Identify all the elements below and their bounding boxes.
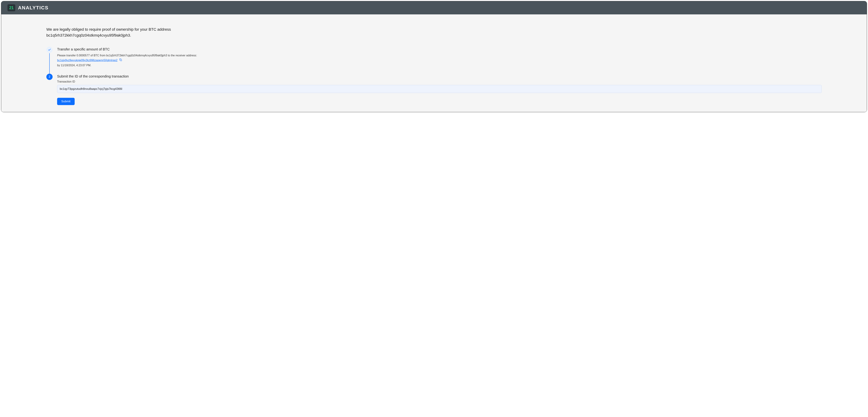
submit-button[interactable]: Submit [57, 98, 75, 105]
step-2-submit-txid: 2 Submit the ID of the corresponding tra… [46, 74, 822, 105]
copy-icon[interactable] [119, 59, 122, 62]
main-content: We are legally obliged to require proof … [1, 14, 867, 112]
step-1-indicator-col [46, 47, 53, 68]
step-1-deadline-prefix: by [57, 64, 61, 67]
intro-address: bc1q5rh372kkh7cgq0z04stkmq4cvyu95f9ak0jp… [46, 33, 130, 37]
intro-line1: We are legally obliged to require proof … [46, 27, 171, 32]
brand-logo: 21 [7, 4, 15, 11]
step-1-transfer: Transfer a specific amount of BTC Please… [46, 47, 822, 68]
step-2-title: Submit the ID of the corresponding trans… [57, 74, 822, 78]
step-1-badge [46, 47, 53, 53]
step-1-deadline-suffix: . [90, 64, 91, 67]
receiver-address-link[interactable]: bc1qjx9vz9wyukpje09v2kz996zapemr50glmlra… [57, 59, 118, 62]
step-1-desc-text: Please transfer 0.0000577 of BTC from bc… [57, 54, 197, 57]
transaction-id-input[interactable] [57, 85, 822, 93]
brand-logo-number: 21 [9, 5, 13, 10]
step-1-description: Please transfer 0.0000577 of BTC from bc… [57, 53, 822, 68]
step-2-indicator-col: 2 [46, 74, 53, 105]
step-1-body: Transfer a specific amount of BTC Please… [57, 47, 822, 68]
steps-container: Transfer a specific amount of BTC Please… [46, 47, 822, 105]
intro-suffix: . [130, 33, 131, 37]
brand-name: ANALYTICS [18, 5, 49, 10]
check-icon [48, 48, 51, 51]
step-2-number: 2 [49, 75, 50, 78]
app-header: 21 ANALYTICS [1, 1, 867, 14]
step-2-badge: 2 [46, 74, 53, 80]
step-1-title: Transfer a specific amount of BTC [57, 47, 822, 51]
step-2-body: Submit the ID of the corresponding trans… [57, 74, 822, 105]
step-connector [49, 53, 50, 74]
step-1-deadline: 11/18/2024, 4:23:07 PM [61, 64, 90, 67]
app-window: 21 ANALYTICS We are legally obliged to r… [1, 1, 867, 112]
svg-rect-0 [121, 60, 122, 61]
txid-field-label: Transaction ID [57, 80, 822, 83]
intro-message: We are legally obliged to require proof … [46, 27, 822, 38]
